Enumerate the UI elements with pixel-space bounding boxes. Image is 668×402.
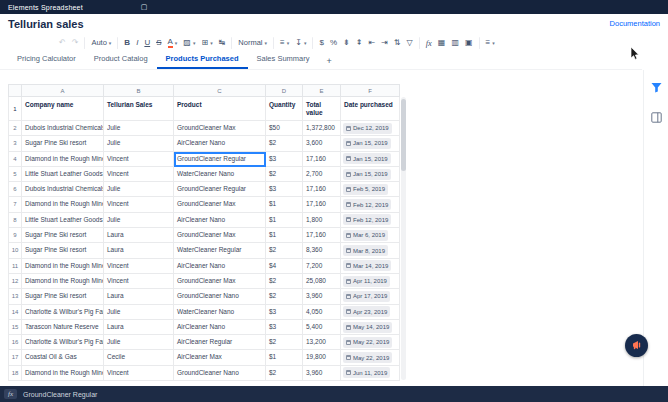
cell-total[interactable]: 17,160 bbox=[303, 228, 341, 243]
header-cell-quantity[interactable]: Quantity bbox=[266, 97, 303, 121]
cell-company[interactable]: Sugar Pine Ski resort bbox=[22, 289, 104, 304]
cell-company[interactable]: Diamond in the Rough Mine bbox=[22, 152, 104, 167]
cell-date[interactable]: May 22, 2019 bbox=[341, 335, 400, 350]
chart-button[interactable]: ▥ bbox=[448, 35, 462, 51]
cell-total[interactable]: 3,960 bbox=[303, 289, 341, 304]
cell-sales[interactable]: Laura bbox=[104, 228, 174, 243]
cell-company[interactable]: Sugar Pine Ski resort bbox=[22, 228, 104, 243]
cell-total[interactable]: 17,160 bbox=[303, 152, 341, 167]
currency-format-button[interactable]: $ bbox=[316, 35, 326, 51]
announcement-button[interactable] bbox=[625, 334, 648, 357]
cell-sales[interactable]: Julie bbox=[104, 335, 174, 350]
cell-sales[interactable]: Julie bbox=[104, 305, 174, 320]
row-number[interactable]: 9 bbox=[8, 228, 22, 243]
cell-quantity[interactable]: $1 bbox=[266, 228, 303, 243]
cell-quantity[interactable]: $2 bbox=[266, 274, 303, 289]
cell-sales[interactable]: Julie bbox=[104, 121, 174, 136]
cell-company[interactable]: Sugar Pine Ski resort bbox=[22, 243, 104, 258]
cell-quantity[interactable]: $4 bbox=[266, 259, 303, 274]
cell-product[interactable]: AirCleaner Max bbox=[174, 350, 266, 365]
sheet-panel-icon[interactable] bbox=[651, 109, 662, 127]
row-number[interactable]: 5 bbox=[8, 167, 22, 182]
cell-sales[interactable]: Vincent bbox=[104, 197, 174, 212]
cell-total[interactable]: 17,160 bbox=[303, 182, 341, 197]
row-number[interactable]: 11 bbox=[8, 259, 22, 274]
cell-date[interactable]: Apr 23, 2019 bbox=[341, 305, 400, 320]
header-cell-total[interactable]: Total value bbox=[303, 97, 341, 121]
cell-sales[interactable]: Laura bbox=[104, 289, 174, 304]
cell-sales[interactable]: Vincent bbox=[104, 152, 174, 167]
select-all-corner[interactable] bbox=[8, 84, 22, 97]
cell-date[interactable]: Apr 11, 2019 bbox=[341, 274, 400, 289]
cell-date[interactable]: Apr 17, 2019 bbox=[341, 289, 400, 304]
column-header-e[interactable]: E bbox=[303, 84, 341, 97]
align-vertical-button[interactable]: ↧ ▾ bbox=[292, 35, 309, 51]
cell-product[interactable]: WaterCleaner Nano bbox=[174, 305, 266, 320]
cell-company[interactable]: Sugar Pine Ski resort bbox=[22, 136, 104, 151]
font-select[interactable]: Auto ▾ bbox=[88, 35, 114, 51]
column-header-a[interactable]: A bbox=[22, 84, 104, 97]
cell-date[interactable]: Feb 12, 2019 bbox=[341, 213, 400, 228]
cell-product[interactable]: AirCleaner Nano bbox=[174, 136, 266, 151]
cell-total[interactable]: 4,050 bbox=[303, 305, 341, 320]
cell-quantity[interactable]: $3 bbox=[266, 320, 303, 335]
function-button[interactable]: fx bbox=[423, 35, 435, 51]
cell-date[interactable]: Dec 12, 2019 bbox=[341, 121, 400, 136]
cell-quantity[interactable]: $2 bbox=[266, 136, 303, 151]
header-cell-sales[interactable]: Tellurian Sales bbox=[104, 97, 174, 121]
header-cell-date[interactable]: Date purchased bbox=[341, 97, 400, 121]
cell-product[interactable]: GroundCleaner Max bbox=[174, 274, 266, 289]
cell-product[interactable]: WaterCleaner Regular bbox=[174, 243, 266, 258]
cell-total[interactable]: 1,800 bbox=[303, 213, 341, 228]
row-number[interactable]: 8 bbox=[8, 213, 22, 228]
tab-sales-summary[interactable]: Sales Summary bbox=[248, 51, 319, 69]
style-select[interactable]: Normal ▾ bbox=[235, 35, 270, 51]
percent-format-button[interactable]: % bbox=[327, 35, 340, 51]
text-color-button[interactable]: A ▾ bbox=[165, 35, 181, 51]
overflow-menu-button[interactable]: ≡ ▾ bbox=[483, 35, 498, 51]
cell-total[interactable]: 3,600 bbox=[303, 136, 341, 151]
filter-icon[interactable] bbox=[651, 79, 662, 97]
cell-quantity[interactable]: $2 bbox=[266, 289, 303, 304]
header-cell-product[interactable]: Product bbox=[174, 97, 266, 121]
cell-total[interactable]: 17,160 bbox=[303, 197, 341, 212]
fill-color-button[interactable]: ▨ ▾ bbox=[180, 35, 198, 51]
row-number[interactable]: 16 bbox=[8, 335, 22, 350]
cell-total[interactable]: 1,372,800 bbox=[303, 121, 341, 136]
column-header-c[interactable]: C bbox=[174, 84, 266, 97]
cell-sales[interactable]: Vincent bbox=[104, 366, 174, 381]
cell-total[interactable]: 13,200 bbox=[303, 335, 341, 350]
cell-company[interactable]: Dubois Industrial Chemicals bbox=[22, 121, 104, 136]
cell-company[interactable]: Little Stuart Leather Goods bbox=[22, 167, 104, 182]
cell-quantity[interactable]: $2 bbox=[266, 335, 303, 350]
cell-company[interactable]: Diamond in the Rough Mine bbox=[22, 259, 104, 274]
cell-product[interactable]: GroundCleaner Regular bbox=[174, 152, 266, 167]
indent-increase-button[interactable]: ⇥ bbox=[378, 35, 391, 51]
table-button[interactable]: ▦ bbox=[435, 35, 449, 51]
row-number[interactable]: 18 bbox=[8, 366, 22, 381]
cell-company[interactable]: Charlotte & Wilbur's Pig Farm bbox=[22, 305, 104, 320]
cell-quantity[interactable]: $2 bbox=[266, 366, 303, 381]
cell-date[interactable]: Feb 12, 2019 bbox=[341, 197, 400, 212]
cell-total[interactable]: 8,360 bbox=[303, 243, 341, 258]
cell-sales[interactable]: Julie bbox=[104, 182, 174, 197]
cell-product[interactable]: GroundCleaner Nano bbox=[174, 366, 266, 381]
cell-product[interactable]: GroundCleaner Max bbox=[174, 228, 266, 243]
cell-quantity[interactable]: $50 bbox=[266, 121, 303, 136]
cell-date[interactable]: Jun 11, 2019 bbox=[341, 366, 400, 381]
cell-company[interactable]: Dubois Industrial Chemicals bbox=[22, 182, 104, 197]
cell-quantity[interactable]: $3 bbox=[266, 152, 303, 167]
row-number[interactable]: 2 bbox=[8, 121, 22, 136]
cell-sales[interactable]: Laura bbox=[104, 243, 174, 258]
cell-date[interactable]: Jan 15, 2019 bbox=[341, 136, 400, 151]
cell-company[interactable]: Diamond in the Rough Mine bbox=[22, 274, 104, 289]
row-number[interactable]: 12 bbox=[8, 274, 22, 289]
cell-product[interactable]: GroundCleaner Max bbox=[174, 121, 266, 136]
cell-product[interactable]: GroundCleaner Regular bbox=[174, 182, 266, 197]
tab-product-catalog[interactable]: Product Catalog bbox=[85, 51, 157, 69]
merge-cells-button[interactable]: ↹ bbox=[216, 35, 229, 51]
row-number[interactable]: 4 bbox=[8, 152, 22, 167]
cell-date[interactable]: Mar 8, 2019 bbox=[341, 243, 400, 258]
cell-date[interactable]: Jan 15, 2019 bbox=[341, 167, 400, 182]
cell-product[interactable]: AirCleaner Nano bbox=[174, 259, 266, 274]
